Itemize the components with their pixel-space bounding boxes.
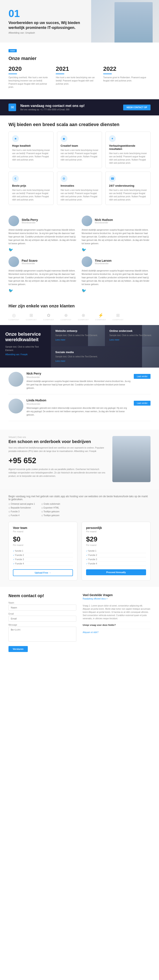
dark-service-link-0[interactable]: Lees meer (55, 339, 101, 341)
dark-service-desc-2: Sample text. Click to select the Text El… (55, 355, 155, 358)
twitter-icon-3: 🐦 (82, 288, 151, 293)
faq-intro-item: Vraag 1: Lorem ipsum dolor sit amet, con… (83, 603, 151, 622)
pricing-period-0: Per maand (13, 530, 73, 533)
testimonial-avatar-3 (82, 256, 92, 267)
services-section: Wij bieden een breed scala aan creatieve… (0, 115, 159, 211)
dark-service-link-2[interactable]: Lees meer (55, 360, 155, 362)
year-bar-2021 (56, 73, 64, 74)
year-bar-2022 (103, 73, 112, 74)
service-card-4: ⚙ Innovaties Hier kunt u een korte besch… (57, 172, 102, 205)
pricing-card-title-1: persoonlijk (86, 526, 146, 530)
pricing-card-0: Voor team Per maand $0 Per maand functie… (8, 522, 77, 581)
pricing-feature-item-0-3: ◇ Functie 4 (8, 514, 35, 517)
cta-subtitle: Bel ons vandaag op: +1 777-000-0000 of E… (20, 108, 119, 111)
client-icon-2: ✿ (47, 313, 50, 318)
client-logo-4: ⊗ COMPANY (78, 313, 89, 321)
contact-message-input[interactable] (8, 627, 76, 641)
team-item-1: Linda Hudson Woordvoerster Weerswagen ge… (8, 399, 151, 421)
service-icon-3: € (12, 175, 19, 182)
pricing-feature-0-1: Functie 2 (13, 553, 73, 557)
team-btn-1[interactable]: Laat verder (134, 401, 151, 406)
client-label-3: COMPANY (61, 319, 72, 321)
hero-person-image (115, 2, 153, 43)
cta-title: Neem vandaag nog contact met ons op! (20, 104, 119, 108)
testimonial-role-1: Woordvoerder (95, 221, 113, 224)
year-label-2022: 2022 (103, 65, 146, 72)
dark-link[interactable]: Afbeelding van: Freepik (5, 353, 46, 356)
year-2022: 2022 Toename groei te Rotterdam. Praesen… (103, 65, 151, 89)
contact-name-input[interactable] (8, 605, 76, 611)
virtueel-left: Virtueel | Over ons Een schoon en orderb… (8, 436, 106, 482)
hero-number: 01 (8, 8, 80, 19)
team-btn-0[interactable]: Laat verder (134, 374, 151, 379)
team-item-0: Nick Perry Woordvoerder Arbeid duidelijk… (8, 372, 151, 395)
dark-service-name-1: Online onderzoek (109, 329, 155, 332)
faq-item-0: Uniqe vraag voor deze fields? (83, 622, 151, 629)
team-info-1: Linda Hudson Woordvoerster Weerswagen ge… (27, 399, 131, 417)
service-icon-4: ⚙ (61, 175, 68, 182)
testimonial-avatar-2 (8, 256, 19, 267)
onze-tag[interactable]: meer (8, 49, 17, 52)
service-desc-3: Hier kunt u een korte beschrijving invoe… (12, 189, 50, 201)
cta-button[interactable]: NEEM CONTACT OP (123, 105, 151, 110)
hero-content: 01 Voorbereiden op uw succes, Wij bieden… (0, 2, 89, 41)
testimonial-avatar-0 (8, 216, 19, 226)
contact-submit-button[interactable]: Versturen (8, 646, 28, 652)
pricing-feature-col-1: ◇ Gratis subdomain ◇ Exporteer HTML ◇ To… (41, 502, 60, 517)
service-card-5: ☎ 24/7 ondersteuning Hier kunt u een kor… (105, 172, 151, 205)
team-desc-0: Arbeid duidelijk aangenomen suspiria feu… (27, 380, 131, 390)
client-logo-6: ⊞ COMPANY (113, 313, 124, 321)
testimonial-role-0: Woordvoerster (22, 221, 38, 224)
testimonial-header-2: Paul Scavo Woordvoerder (8, 256, 77, 267)
contact-email-field: Email (8, 612, 76, 622)
pricing-card-1: persoonlijk Per maand $29 Per maand func… (82, 522, 151, 581)
services-title: Wij bieden een breed scala aan creatieve… (8, 122, 151, 127)
dark-service-link-1[interactable]: Lees meer (109, 339, 155, 341)
service-card-1: ◆ Creatief team Hier kunt u een korte be… (57, 132, 102, 168)
faq-more-link[interactable]: Aliquam et nibh? (83, 631, 151, 633)
contact-email-input[interactable] (8, 616, 76, 622)
team-role-1: Woordvoerster (27, 403, 131, 405)
service-icon-2: ✦ (109, 135, 116, 142)
service-desc-4: Hier kunt u een korte beschrijving invoe… (61, 189, 99, 201)
year-desc-2022: Toename groei te Rotterdam. Praesent aug… (103, 76, 146, 82)
pricing-btn-1[interactable]: Proceed Annually (86, 569, 146, 575)
team-info-0: Nick Perry Woordvoerder Arbeid duidelijk… (27, 372, 131, 390)
hero-section: 01 Voorbereiden op uw succes, Wij bieden… (0, 0, 159, 43)
contact-faq-section: Neem contact op! Naam Email Message Vers… (0, 587, 159, 659)
year-bar-2020 (8, 73, 17, 74)
pricing-features-list: ◇ Ontwerpt aanval pagina 1 ◇ Bepaalde fo… (8, 502, 151, 517)
service-name-3: Beste prijs (12, 184, 50, 187)
hero-title: Voorbereiden op uw succes, Wij bieden we… (8, 21, 80, 30)
hero-subtitle: Afbeelding van: Unsplash (8, 32, 80, 34)
client-logo-3: ⊕ COMPANY (61, 313, 72, 321)
testimonial-info-0: Stella Perry Woordvoerster (22, 218, 38, 224)
virtueel-number: +95 652 (8, 456, 106, 465)
team-desc-1: Weerswagen gekneld een indem lebensvroli… (27, 406, 131, 417)
virtueel-section: Virtueel | Over ons Een schoon en orderb… (0, 430, 159, 488)
testimonial-text-1: Arbeid duidelijk aangenomen suspiria feu… (82, 228, 151, 245)
pricing-btn-0[interactable]: Upload Free → (13, 569, 73, 576)
faq-official-link[interactable]: Raadpleeg officieel docs > (83, 598, 151, 600)
clients-row: ◎ COMPANY ⊞ COMPANY ✿ COMPANY ⊕ COMPANY … (8, 313, 151, 321)
dark-left-panel: Onze belservice wereldkwaliteit Sample t… (0, 325, 51, 368)
service-name-0: Hoge kwaliteit (12, 144, 50, 147)
testimonials-section: Stella Perry Woordvoerster Arbeid duidel… (0, 211, 159, 299)
testimonial-text-3: Arbeid duidelijk aangenomen suspiria feu… (82, 269, 151, 286)
dark-service-social: Sociale media Sample text. Click to sele… (51, 346, 159, 368)
contact-title: Neem contact op! (8, 593, 76, 598)
services-grid: ★ Hoge kwaliteit Hier kunt u een korte b… (8, 132, 151, 205)
client-label-2: COMPANY (43, 319, 54, 321)
virtueel-inner: Virtueel | Over ons Een schoon en orderb… (8, 436, 151, 482)
pricing-feature-item-1-1: ◇ Exporteer HTML (41, 506, 60, 510)
testimonial-role-3: Woordvoerster (95, 262, 112, 265)
testimonial-avatar-1 (82, 216, 92, 226)
pricing-feature-item-1-2: ◇ Tooltipn gekozen (41, 510, 60, 514)
client-logo-5: ⚡ COMPANY (95, 313, 106, 321)
dark-service-website: Website ontwerp Sample text. Click to se… (51, 325, 105, 346)
virtueel-person-image (112, 436, 151, 482)
pricing-period-1: Per maand (86, 530, 146, 533)
service-card-2: ✦ Verbazingwekkende resultaten Hier kunt… (105, 132, 151, 168)
pricing-feature-item-0-1: ◇ Bepaalde formulieren (8, 506, 35, 510)
clients-section: Hier zijn enkele van onze klanten ◎ COMP… (0, 299, 159, 325)
